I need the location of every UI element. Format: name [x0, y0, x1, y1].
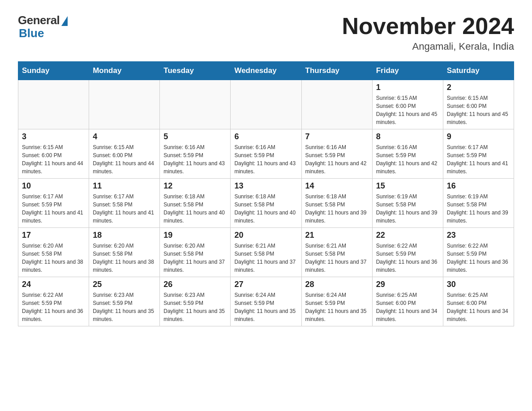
week-row-5: 24Sunrise: 6:22 AM Sunset: 5:59 PM Dayli… — [18, 277, 514, 326]
day-number: 15 — [376, 181, 439, 191]
calendar-cell — [231, 80, 301, 129]
calendar-cell: 23Sunrise: 6:22 AM Sunset: 5:59 PM Dayli… — [443, 228, 514, 277]
day-info: Sunrise: 6:19 AM Sunset: 5:58 PM Dayligh… — [376, 193, 439, 225]
day-number: 9 — [447, 132, 510, 141]
calendar-cell: 25Sunrise: 6:23 AM Sunset: 5:59 PM Dayli… — [89, 277, 160, 326]
day-number: 20 — [234, 231, 297, 240]
calendar-cell: 21Sunrise: 6:21 AM Sunset: 5:58 PM Dayli… — [301, 228, 372, 277]
calendar-cell: 13Sunrise: 6:18 AM Sunset: 5:58 PM Dayli… — [231, 179, 301, 228]
day-info: Sunrise: 6:19 AM Sunset: 5:58 PM Dayligh… — [447, 193, 510, 225]
calendar-cell: 17Sunrise: 6:20 AM Sunset: 5:58 PM Dayli… — [18, 228, 89, 277]
weekday-header-monday: Monday — [89, 62, 160, 80]
calendar-cell: 11Sunrise: 6:17 AM Sunset: 5:58 PM Dayli… — [89, 179, 160, 228]
day-info: Sunrise: 6:20 AM Sunset: 5:58 PM Dayligh… — [22, 242, 85, 274]
calendar-cell: 27Sunrise: 6:24 AM Sunset: 5:59 PM Dayli… — [231, 277, 301, 326]
calendar-cell — [89, 80, 160, 129]
day-info: Sunrise: 6:16 AM Sunset: 5:59 PM Dayligh… — [163, 143, 227, 176]
day-info: Sunrise: 6:25 AM Sunset: 6:00 PM Dayligh… — [447, 291, 510, 323]
calendar-cell: 1Sunrise: 6:15 AM Sunset: 6:00 PM Daylig… — [372, 80, 443, 129]
day-info: Sunrise: 6:17 AM Sunset: 5:58 PM Dayligh… — [93, 193, 156, 225]
calendar-cell: 12Sunrise: 6:18 AM Sunset: 5:58 PM Dayli… — [160, 179, 231, 228]
day-info: Sunrise: 6:18 AM Sunset: 5:58 PM Dayligh… — [305, 193, 369, 225]
day-number: 23 — [447, 231, 510, 240]
calendar-cell: 24Sunrise: 6:22 AM Sunset: 5:59 PM Dayli… — [18, 277, 89, 326]
calendar-cell: 30Sunrise: 6:25 AM Sunset: 6:00 PM Dayli… — [443, 277, 514, 326]
day-info: Sunrise: 6:16 AM Sunset: 5:59 PM Dayligh… — [305, 143, 369, 176]
logo-triangle-icon — [61, 16, 68, 26]
weekday-header-thursday: Thursday — [301, 62, 372, 80]
day-number: 10 — [22, 181, 85, 191]
day-number: 1 — [376, 83, 439, 92]
day-info: Sunrise: 6:22 AM Sunset: 5:59 PM Dayligh… — [447, 242, 510, 274]
calendar-cell: 2Sunrise: 6:15 AM Sunset: 6:00 PM Daylig… — [443, 80, 514, 129]
day-number: 17 — [22, 231, 85, 240]
day-info: Sunrise: 6:22 AM Sunset: 5:59 PM Dayligh… — [22, 291, 85, 323]
day-number: 28 — [305, 280, 369, 289]
page-header: General Blue November 2024 Angamali, Ker… — [18, 13, 514, 52]
day-info: Sunrise: 6:15 AM Sunset: 6:00 PM Dayligh… — [447, 94, 510, 126]
day-number: 5 — [163, 132, 227, 141]
calendar-cell — [18, 80, 89, 129]
day-info: Sunrise: 6:21 AM Sunset: 5:58 PM Dayligh… — [305, 242, 369, 274]
calendar-cell: 16Sunrise: 6:19 AM Sunset: 5:58 PM Dayli… — [443, 179, 514, 228]
day-info: Sunrise: 6:18 AM Sunset: 5:58 PM Dayligh… — [163, 193, 227, 225]
weekday-header-tuesday: Tuesday — [160, 62, 231, 80]
calendar-header-row: SundayMondayTuesdayWednesdayThursdayFrid… — [18, 62, 514, 80]
day-info: Sunrise: 6:15 AM Sunset: 6:00 PM Dayligh… — [376, 94, 439, 126]
day-info: Sunrise: 6:15 AM Sunset: 6:00 PM Dayligh… — [22, 143, 85, 176]
weekday-header-wednesday: Wednesday — [231, 62, 301, 80]
day-info: Sunrise: 6:20 AM Sunset: 5:58 PM Dayligh… — [163, 242, 227, 274]
day-number: 27 — [234, 280, 297, 289]
day-info: Sunrise: 6:23 AM Sunset: 5:59 PM Dayligh… — [163, 291, 227, 323]
day-info: Sunrise: 6:18 AM Sunset: 5:58 PM Dayligh… — [234, 193, 297, 225]
day-number: 11 — [93, 181, 156, 191]
day-number: 30 — [447, 280, 510, 289]
day-number: 29 — [376, 280, 439, 289]
month-title: November 2024 — [342, 13, 514, 39]
calendar-cell — [160, 80, 231, 129]
day-info: Sunrise: 6:21 AM Sunset: 5:58 PM Dayligh… — [234, 242, 297, 274]
calendar-cell: 8Sunrise: 6:16 AM Sunset: 5:59 PM Daylig… — [372, 129, 443, 179]
day-number: 6 — [234, 132, 297, 141]
day-number: 12 — [163, 181, 227, 191]
title-area: November 2024 Angamali, Kerala, India — [342, 13, 514, 52]
calendar-cell: 7Sunrise: 6:16 AM Sunset: 5:59 PM Daylig… — [301, 129, 372, 179]
day-info: Sunrise: 6:17 AM Sunset: 5:59 PM Dayligh… — [22, 193, 85, 225]
calendar-cell: 20Sunrise: 6:21 AM Sunset: 5:58 PM Dayli… — [231, 228, 301, 277]
day-info: Sunrise: 6:25 AM Sunset: 6:00 PM Dayligh… — [376, 291, 439, 323]
weekday-header-friday: Friday — [372, 62, 443, 80]
day-number: 14 — [305, 181, 369, 191]
calendar-cell: 6Sunrise: 6:16 AM Sunset: 5:59 PM Daylig… — [231, 129, 301, 179]
week-row-4: 17Sunrise: 6:20 AM Sunset: 5:58 PM Dayli… — [18, 228, 514, 277]
day-number: 26 — [163, 280, 227, 289]
day-number: 7 — [305, 132, 369, 141]
calendar-cell: 19Sunrise: 6:20 AM Sunset: 5:58 PM Dayli… — [160, 228, 231, 277]
week-row-1: 1Sunrise: 6:15 AM Sunset: 6:00 PM Daylig… — [18, 80, 514, 129]
calendar-cell: 4Sunrise: 6:15 AM Sunset: 6:00 PM Daylig… — [89, 129, 160, 179]
day-number: 21 — [305, 231, 369, 240]
week-row-2: 3Sunrise: 6:15 AM Sunset: 6:00 PM Daylig… — [18, 129, 514, 179]
day-number: 19 — [163, 231, 227, 240]
calendar-cell — [301, 80, 372, 129]
day-number: 2 — [447, 83, 510, 92]
day-info: Sunrise: 6:22 AM Sunset: 5:59 PM Dayligh… — [376, 242, 439, 274]
day-number: 4 — [93, 132, 156, 141]
calendar-cell: 5Sunrise: 6:16 AM Sunset: 5:59 PM Daylig… — [160, 129, 231, 179]
weekday-header-sunday: Sunday — [18, 62, 89, 80]
week-row-3: 10Sunrise: 6:17 AM Sunset: 5:59 PM Dayli… — [18, 179, 514, 228]
day-number: 3 — [22, 132, 85, 141]
calendar-cell: 14Sunrise: 6:18 AM Sunset: 5:58 PM Dayli… — [301, 179, 372, 228]
day-info: Sunrise: 6:20 AM Sunset: 5:58 PM Dayligh… — [93, 242, 156, 274]
logo-blue-text: Blue — [19, 26, 44, 40]
location-text: Angamali, Kerala, India — [342, 41, 514, 52]
day-number: 18 — [93, 231, 156, 240]
day-info: Sunrise: 6:15 AM Sunset: 6:00 PM Dayligh… — [93, 143, 156, 176]
day-number: 22 — [376, 231, 439, 240]
calendar-cell: 10Sunrise: 6:17 AM Sunset: 5:59 PM Dayli… — [18, 179, 89, 228]
day-number: 25 — [93, 280, 156, 289]
logo-general-text: General — [18, 13, 60, 27]
day-info: Sunrise: 6:24 AM Sunset: 5:59 PM Dayligh… — [234, 291, 297, 323]
day-number: 24 — [22, 280, 85, 289]
calendar-cell: 26Sunrise: 6:23 AM Sunset: 5:59 PM Dayli… — [160, 277, 231, 326]
calendar-cell: 29Sunrise: 6:25 AM Sunset: 6:00 PM Dayli… — [372, 277, 443, 326]
